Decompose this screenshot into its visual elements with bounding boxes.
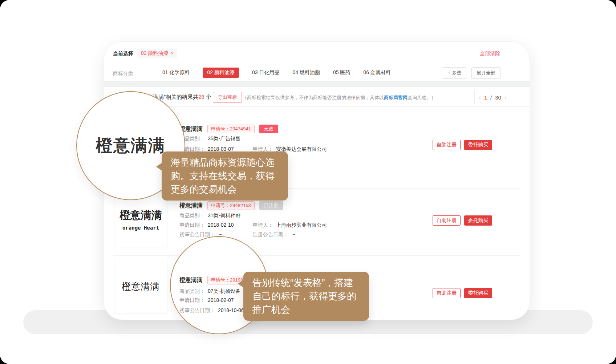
- field-value: 2018-02-07: [208, 297, 234, 303]
- tooltip-line: 购。支持在线交易，获得: [171, 169, 279, 183]
- field-value: －: [218, 231, 223, 237]
- export-trademark-button[interactable]: 导出商标: [213, 92, 242, 103]
- results-summary-suffix: 个: [204, 94, 211, 100]
- expand-all-button[interactable]: 展开全部: [471, 67, 500, 79]
- field-label: 商品类别：: [179, 213, 205, 218]
- field-label: 商品类别：: [179, 288, 205, 294]
- current-page: 1: [484, 94, 487, 101]
- page-canvas: 当前选择 02 颜料油漆 × 全部清除 商标分类 01 化学原料 02 颜料油漆…: [0, 0, 616, 364]
- category-bar-label: 商标分类: [113, 70, 133, 77]
- self-register-button[interactable]: 自助注册: [433, 215, 461, 226]
- category-item-02-active[interactable]: 02 颜料油漆: [203, 68, 239, 78]
- field-label: 申请日期：: [179, 297, 205, 303]
- category-item-03[interactable]: 03 日化用品: [252, 69, 279, 76]
- field-line: 初审公告日期：－ 注册公告日期：－: [179, 231, 223, 238]
- total-pages: 30: [495, 94, 501, 101]
- category-item-06[interactable]: 06 金属材料: [363, 69, 390, 76]
- field-value: 2018-03-07: [208, 146, 234, 152]
- field-label: 注册公告日期：: [253, 231, 288, 237]
- result-title-line: 橙意满满 申请号：29474941 无效: [179, 125, 278, 133]
- disclaimer-prefix: （商标检索结果仅供参考，不作为商标能否注册的法律依据；具体以: [242, 95, 384, 100]
- application-number-value: 29474941: [230, 126, 251, 132]
- category-list: 01 化学原料 02 颜料油漆 03 日化用品 04 燃料油脂 05 医药 06…: [162, 68, 391, 78]
- multi-select-button[interactable]: + 多选: [443, 67, 466, 79]
- category-item-05[interactable]: 05 医药: [333, 69, 350, 76]
- prev-page-icon[interactable]: ‹: [479, 94, 481, 101]
- field-line: 商品类别：31类-饲料种籽: [179, 213, 240, 219]
- tooltip-marketplace: 海量精品商标资源随心选 购。支持在线交易，获得 更多的交易机会: [162, 151, 288, 201]
- page-separator: /: [490, 94, 492, 101]
- magnified-trademark-text: 橙意满满: [96, 134, 166, 157]
- application-number-label: 申请号：: [211, 126, 230, 132]
- current-selection-label: 当前选择: [113, 50, 133, 57]
- field-value: 31类-饲料种籽: [208, 213, 240, 218]
- field-label: 申请人：: [253, 222, 273, 228]
- tooltip-line: 推广机会: [252, 303, 360, 316]
- field-line: 商品类别：07类-机械设备: [179, 288, 240, 295]
- section-divider-band: [104, 81, 530, 87]
- pagination: ‹ 1 / 30 ›: [479, 94, 507, 101]
- row-separator: [113, 255, 520, 256]
- trademark-office-link[interactable]: 商标局官网: [384, 95, 408, 100]
- trademark-image[interactable]: 橙意满满 orange Heart: [114, 191, 167, 247]
- field-value: 35类-广告销售: [208, 136, 240, 141]
- selected-filter-tag[interactable]: 02 颜料油漆 ×: [137, 49, 177, 58]
- application-number-tag: 申请号：29482153: [207, 201, 255, 210]
- results-count: 28: [198, 94, 204, 100]
- clear-all-link[interactable]: 全部清除: [480, 50, 500, 57]
- field-label: 申请人：: [253, 146, 273, 152]
- trademark-image[interactable]: 橙意满满: [114, 259, 167, 314]
- field-value: 上海雨步实业有限公司: [276, 222, 327, 228]
- tooltip-line: 告别传统“发表格”，搭建: [252, 276, 360, 290]
- field-value: 07类-机械设备: [208, 288, 240, 294]
- trademark-name[interactable]: 橙意满满: [179, 202, 203, 210]
- field-value: －: [291, 231, 296, 237]
- trademark-image-subtext: orange Heart: [122, 225, 159, 231]
- tooltip-promotion: 告别传统“发表格”，搭建 自己的标行，获得更多的 推广机会: [243, 272, 369, 321]
- results-header: 为您检索到“橙意满满”相关的结果共28 个 导出商标 （商标检索结果仅供参考，不…: [104, 87, 530, 107]
- filter-tag-label: 02 颜料油漆: [141, 50, 168, 57]
- entrust-purchase-button[interactable]: 委托购买: [464, 140, 492, 150]
- category-item-01[interactable]: 01 化学原料: [162, 69, 190, 76]
- category-item-04[interactable]: 04 燃料油脂: [292, 69, 320, 76]
- tooltip-line: 自己的标行，获得更多的: [252, 290, 360, 303]
- self-register-button[interactable]: 自助注册: [433, 288, 461, 298]
- self-register-button[interactable]: 自助注册: [433, 140, 461, 150]
- disclaimer-suffix: 查询为准。）: [408, 95, 436, 100]
- application-number-label: 申请号：: [211, 203, 230, 208]
- disclaimer-text: （商标检索结果仅供参考，不作为商标能否注册的法律依据；具体以商标局官网查询为准。…: [242, 94, 436, 101]
- category-actions: + 多选 展开全部: [443, 67, 500, 79]
- tooltip-line: 更多的交易机会: [171, 183, 279, 196]
- trademark-image-text: 橙意满满: [120, 208, 162, 223]
- field-value: 2018-02-10: [208, 222, 234, 228]
- dashed-divider: [113, 63, 520, 63]
- tooltip-line: 海量精品商标资源随心选: [171, 156, 279, 169]
- field-line: 申请日期：2018-02-10 申请人：上海雨步实业有限公司: [179, 222, 234, 228]
- remove-filter-icon[interactable]: ×: [171, 50, 174, 56]
- status-badge: 已注册: [259, 201, 283, 210]
- pagination-divider: [474, 90, 475, 104]
- field-line: 初审公告日期：2018-10-06: [179, 307, 244, 314]
- status-badge: 无效: [259, 125, 278, 133]
- field-value: 安徽美达会展有限公司: [276, 146, 327, 152]
- trademark-image-text: 橙意满满: [122, 280, 160, 292]
- field-label: 初审公告日期：: [179, 231, 215, 237]
- application-number-tag: 申请号：29474941: [207, 125, 255, 133]
- field-value: 2018-10-06: [218, 307, 244, 313]
- application-number-value: 29482153: [230, 203, 251, 208]
- trademark-name[interactable]: 橙意满满: [179, 276, 203, 284]
- field-label: 初审公告日期：: [179, 307, 215, 313]
- field-line: 申请日期：2018-02-07: [179, 297, 234, 304]
- field-line: 商品类别：35类-广告销售: [179, 136, 240, 142]
- application-number-label: 申请号：: [211, 277, 230, 283]
- next-page-icon[interactable]: ›: [504, 94, 507, 101]
- entrust-purchase-button[interactable]: 委托购买: [464, 215, 492, 226]
- field-label: 申请日期：: [179, 222, 205, 228]
- entrust-purchase-button[interactable]: 委托购买: [464, 288, 492, 298]
- result-title-line: 橙意满满 申请号：29482153 已注册: [179, 201, 283, 210]
